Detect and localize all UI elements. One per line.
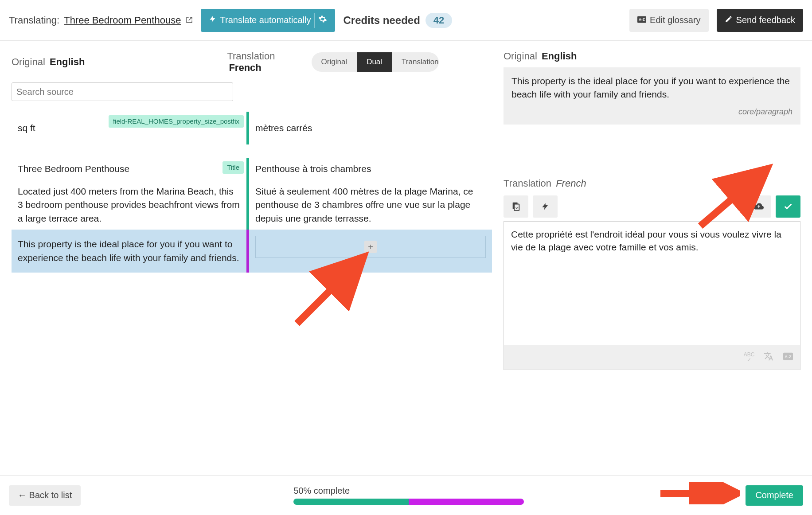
translation-footer: ABC✓ A-Z: [504, 345, 800, 370]
credits-value: 42: [426, 13, 452, 28]
send-feedback-button[interactable]: Send feedback: [717, 9, 803, 32]
view-toggle: Original Dual Translation: [312, 52, 439, 72]
az-icon[interactable]: A-Z: [782, 352, 794, 363]
abc-check-icon[interactable]: ABC✓: [743, 352, 755, 363]
external-link-icon[interactable]: [186, 16, 193, 25]
segment-translation: mètres carrés: [246, 112, 492, 144]
edit-glossary-label: Edit glossary: [650, 15, 701, 25]
add-translation-slot[interactable]: +: [255, 236, 486, 258]
field-badge: field-REAL_HOMES_property_size_postfix: [109, 115, 244, 128]
gear-icon[interactable]: [318, 15, 327, 26]
original-lang-label: Original English: [12, 56, 222, 68]
detail-original-label: Original English: [504, 51, 800, 62]
svg-rect-3: [514, 204, 519, 211]
segment-rows: sq ft field-REAL_HOMES_property_size_pos…: [12, 112, 492, 273]
original-meta: core/paragraph: [511, 106, 792, 117]
detail-panel: Original English This property is the id…: [492, 51, 812, 475]
bolt-icon: [209, 14, 217, 26]
dual-column-header: Original English Translation French Orig…: [12, 51, 492, 74]
view-tab-translation[interactable]: Translation: [392, 52, 439, 72]
progress-bar: [293, 499, 524, 505]
progress-bar-green: [293, 499, 409, 505]
segment-translation: Penthouse à trois chambres: [246, 158, 492, 180]
segment-original: sq ft field-REAL_HOMES_property_size_pos…: [12, 112, 246, 144]
segment-original: Located just 400 meters from the Marina …: [12, 180, 246, 230]
progress-label: 50% complete: [293, 486, 524, 496]
translating-label: Translating:: [9, 15, 59, 26]
status-bar-green: [246, 180, 249, 230]
edit-glossary-button[interactable]: A-Z Edit glossary: [629, 9, 709, 32]
status-bar-green: [246, 158, 249, 180]
back-to-list-button[interactable]: ← Back to list: [9, 485, 81, 506]
segment-translation: +: [246, 230, 492, 273]
translate-icon[interactable]: [763, 351, 774, 363]
translation-text: Cette propriété est l'endroit idéal pour…: [511, 228, 793, 254]
original-text-box: This property is the ideal place for you…: [504, 67, 800, 125]
copy-source-button[interactable]: [504, 195, 528, 218]
credits-block: Credits needed 42: [343, 13, 452, 28]
auto-translate-single-button[interactable]: [533, 195, 558, 218]
status-bar-purple: [246, 230, 249, 273]
view-tab-dual[interactable]: Dual: [357, 52, 392, 72]
footer-bar: ← Back to list 50% complete Complete: [0, 475, 812, 515]
view-tab-original[interactable]: Original: [312, 52, 357, 72]
segment-row-selected[interactable]: This property is the ideal place for you…: [12, 230, 492, 273]
plus-icon: +: [364, 241, 377, 253]
cloud-save-button[interactable]: [746, 195, 771, 218]
translating-block: Translating: Three Bedroom Penthouse: [9, 15, 193, 26]
progress-block: 50% complete: [293, 486, 524, 505]
svg-text:A-Z: A-Z: [639, 17, 645, 22]
send-feedback-label: Send feedback: [736, 15, 795, 25]
segment-row[interactable]: Three Bedroom Penthouse Title Penthouse …: [12, 158, 492, 180]
glossary-icon: A-Z: [637, 15, 646, 25]
confirm-translation-button[interactable]: [776, 195, 800, 218]
main-area: Original English Translation French Orig…: [0, 41, 812, 475]
status-bar-green: [246, 112, 249, 144]
header-bar: Translating: Three Bedroom Penthouse Tra…: [0, 0, 812, 41]
dual-column: Original English Translation French Orig…: [0, 51, 492, 475]
button-divider: [314, 13, 315, 28]
document-title-link[interactable]: Three Bedroom Penthouse: [64, 15, 181, 26]
segment-row[interactable]: Located just 400 meters from the Marina …: [12, 180, 492, 230]
translation-lang-label: Translation French: [227, 51, 306, 74]
translate-automatically-button[interactable]: Translate automatically: [201, 9, 336, 32]
translation-controls: [504, 195, 800, 218]
svg-text:A-Z: A-Z: [785, 355, 792, 359]
title-badge: Title: [223, 161, 244, 174]
complete-button[interactable]: Complete: [746, 485, 803, 506]
original-text: This property is the ideal place for you…: [511, 74, 792, 101]
segment-original: This property is the ideal place for you…: [12, 230, 246, 273]
segment-translation: Situé à seulement 400 mètres de la plage…: [246, 180, 492, 230]
translate-automatically-label: Translate automatically: [220, 15, 311, 25]
pencil-icon: [725, 15, 733, 25]
detail-translation-label: Translation French: [504, 178, 800, 189]
credits-label: Credits needed: [343, 14, 420, 27]
search-input[interactable]: [12, 82, 233, 101]
segment-original: Three Bedroom Penthouse Title: [12, 158, 246, 180]
translation-textarea[interactable]: Cette propriété est l'endroit idéal pour…: [504, 221, 800, 345]
progress-bar-purple: [409, 499, 524, 505]
segment-row[interactable]: sq ft field-REAL_HOMES_property_size_pos…: [12, 112, 492, 144]
